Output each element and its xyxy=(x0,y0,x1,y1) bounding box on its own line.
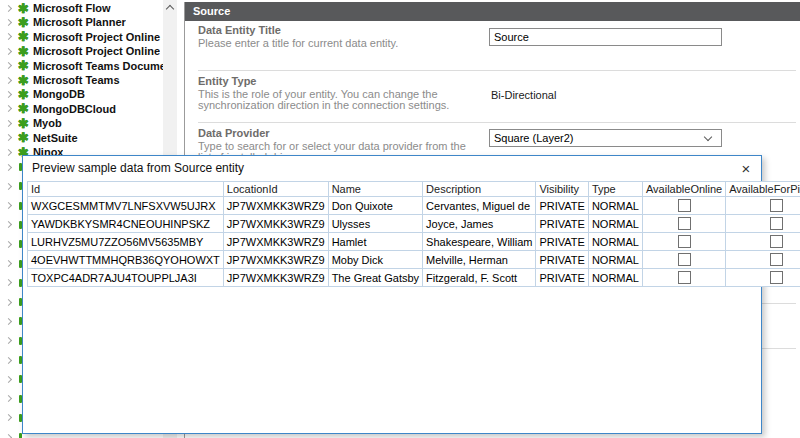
expand-chevron-icon[interactable] xyxy=(5,318,12,325)
sidebar-item-label: MongoDB xyxy=(33,88,85,100)
connector-icon: ✱ xyxy=(18,45,29,58)
grid-column-header-locationid[interactable]: LocationId xyxy=(223,182,328,197)
grid-header-row: IdLocationIdNameDescriptionVisibilityTyp… xyxy=(28,182,800,197)
expand-chevron-icon[interactable] xyxy=(5,33,12,40)
expand-chevron-icon[interactable] xyxy=(5,299,12,306)
expand-chevron-icon[interactable] xyxy=(5,76,12,83)
expand-chevron-icon[interactable] xyxy=(5,163,12,170)
expand-chevron-icon[interactable] xyxy=(5,395,12,402)
availableforpickup-checkbox[interactable] xyxy=(770,271,783,284)
connector-icon: ✱ xyxy=(18,88,29,101)
grid-cell-type: NORMAL xyxy=(588,269,642,287)
grid-cell-availableonline xyxy=(642,233,725,251)
grid-cell-description: Melville, Herman xyxy=(423,251,536,269)
sidebar-item-label: Microsoft Planner xyxy=(33,16,126,28)
expand-chevron-icon[interactable] xyxy=(5,183,12,190)
sidebar-item[interactable]: ✱MongoDB xyxy=(0,87,163,101)
scroll-up-button[interactable] xyxy=(163,0,177,15)
sidebar-item[interactable]: ✱Myob xyxy=(0,116,163,130)
sidebar-item-collapsed[interactable] xyxy=(0,334,20,348)
expand-chevron-icon[interactable] xyxy=(5,202,12,209)
grid-cell-availableforpickup xyxy=(726,269,800,287)
availableforpickup-checkbox[interactable] xyxy=(770,217,783,230)
availableonline-checkbox[interactable] xyxy=(678,253,691,266)
grid-cell-id: YAWDKBKYSMR4CNEOUHINPSKZ xyxy=(28,215,224,233)
sidebar-item-collapsed[interactable] xyxy=(0,179,20,193)
data-entity-title-input[interactable] xyxy=(489,28,722,46)
grid-cell-name: The Great Gatsby xyxy=(328,269,422,287)
sidebar-item[interactable]: ✱Microsoft Teams Documents xyxy=(0,59,163,73)
grid-cell-visibility: PRIVATE xyxy=(536,197,588,215)
grid-cell-locationid: JP7WXMKK3WRZ9 xyxy=(223,269,328,287)
connector-icon: ✱ xyxy=(18,30,29,43)
availableonline-checkbox[interactable] xyxy=(678,199,691,212)
expand-chevron-icon[interactable] xyxy=(5,337,12,344)
expand-chevron-icon[interactable] xyxy=(5,134,12,141)
data-provider-dropdown[interactable]: Square (Layer2) xyxy=(489,129,722,147)
expand-chevron-icon[interactable] xyxy=(5,105,12,112)
expand-chevron-icon[interactable] xyxy=(5,19,12,26)
sidebar-item-collapsed[interactable] xyxy=(0,237,20,251)
availableonline-checkbox[interactable] xyxy=(678,217,691,230)
grid-cell-visibility: PRIVATE xyxy=(536,251,588,269)
expand-chevron-icon[interactable] xyxy=(5,91,12,98)
sidebar-item-collapsed[interactable] xyxy=(0,392,20,406)
sidebar-item[interactable]: ✱Microsoft Teams xyxy=(0,73,163,87)
availableonline-checkbox[interactable] xyxy=(678,271,691,284)
sidebar-item[interactable]: ✱Microsoft Project Online SharePoint xyxy=(0,30,163,44)
grid-cell-availableforpickup xyxy=(726,233,800,251)
grid-column-header-description[interactable]: Description xyxy=(423,182,536,197)
expand-chevron-icon[interactable] xyxy=(5,414,12,421)
grid-cell-locationid: JP7WXMKK3WRZ9 xyxy=(223,215,328,233)
expand-chevron-icon[interactable] xyxy=(5,260,12,267)
dialog-titlebar[interactable]: Preview sample data from Source entity × xyxy=(23,156,761,180)
expand-chevron-icon[interactable] xyxy=(5,62,12,69)
sidebar-item-collapsed[interactable] xyxy=(0,160,20,174)
grid-cell-availableforpickup xyxy=(726,215,800,233)
grid-cell-description: Shakespeare, William xyxy=(423,233,536,251)
expand-chevron-icon[interactable] xyxy=(5,279,12,286)
expand-chevron-icon[interactable] xyxy=(5,434,12,438)
sidebar-item-collapsed[interactable] xyxy=(0,411,20,425)
availableforpickup-checkbox[interactable] xyxy=(770,253,783,266)
grid-column-header-availableforpickup[interactable]: AvailableForPickup xyxy=(726,182,800,197)
sidebar-item-label: Myob xyxy=(33,117,62,129)
grid-cell-type: NORMAL xyxy=(588,197,642,215)
close-button[interactable]: × xyxy=(736,158,756,178)
sidebar-item-collapsed[interactable] xyxy=(0,199,20,213)
expand-chevron-icon[interactable] xyxy=(5,356,12,363)
grid-column-header-name[interactable]: Name xyxy=(328,182,422,197)
expand-chevron-icon[interactable] xyxy=(5,4,12,11)
preview-sample-data-dialog: Preview sample data from Source entity ×… xyxy=(22,155,762,434)
grid-column-header-id[interactable]: Id xyxy=(28,182,224,197)
sidebar-item-collapsed[interactable] xyxy=(0,276,20,290)
expand-chevron-icon[interactable] xyxy=(5,241,12,248)
sidebar-item-collapsed[interactable] xyxy=(0,372,20,386)
sidebar-item[interactable]: ✱Microsoft Planner xyxy=(0,15,163,29)
grid-column-header-availableonline[interactable]: AvailableOnline xyxy=(642,182,725,197)
grid-column-header-visibility[interactable]: Visibility xyxy=(536,182,588,197)
availableforpickup-checkbox[interactable] xyxy=(770,199,783,212)
connector-icon: ✱ xyxy=(18,74,29,87)
expand-chevron-icon[interactable] xyxy=(5,48,12,55)
connector-icon: ✱ xyxy=(18,102,29,115)
expand-chevron-icon[interactable] xyxy=(5,376,12,383)
sidebar-item[interactable]: ✱MongoDBCloud xyxy=(0,102,163,116)
sidebar-item[interactable]: ✱NetSuite xyxy=(0,131,163,145)
sidebar-item-collapsed[interactable] xyxy=(0,353,20,367)
availableonline-checkbox[interactable] xyxy=(678,235,691,248)
sidebar-item[interactable]: ✱Microsoft Flow xyxy=(0,1,163,15)
data-provider-selected-value: Square (Layer2) xyxy=(494,132,705,144)
sidebar-item-collapsed[interactable] xyxy=(0,218,20,232)
sidebar-item-collapsed[interactable] xyxy=(0,314,20,328)
expand-chevron-icon[interactable] xyxy=(5,120,12,127)
grid-column-header-type[interactable]: Type xyxy=(588,182,642,197)
sidebar-item-collapsed[interactable] xyxy=(0,257,20,271)
expand-chevron-icon[interactable] xyxy=(5,221,12,228)
sidebar-item-collapsed[interactable] xyxy=(0,430,20,438)
sidebar-item-collapsed[interactable] xyxy=(0,295,20,309)
sidebar-item[interactable]: ✱Microsoft Project Online xyxy=(0,44,163,58)
close-icon: × xyxy=(742,160,751,177)
expand-chevron-icon[interactable] xyxy=(5,148,12,155)
availableforpickup-checkbox[interactable] xyxy=(770,235,783,248)
